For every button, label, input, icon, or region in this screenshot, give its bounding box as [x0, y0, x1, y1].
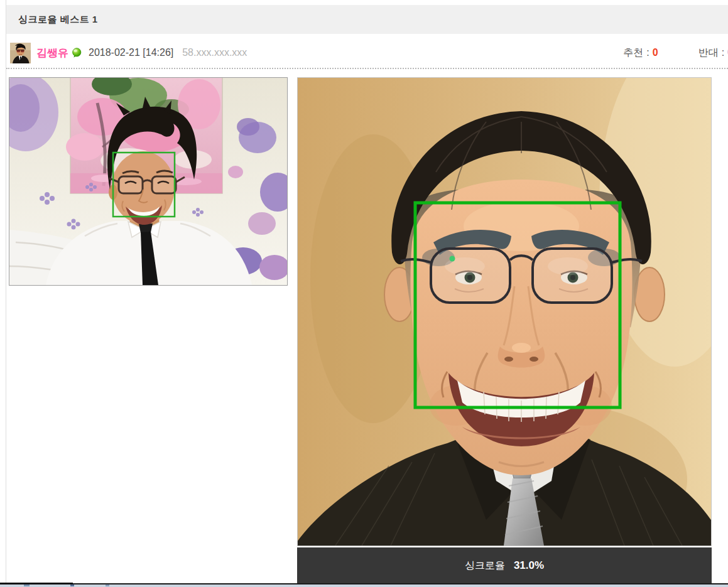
upvote-label: 추천	[623, 46, 643, 60]
sync-result-bar: 싱크로율 31.0%	[297, 547, 712, 584]
bottom-strip-mark	[24, 584, 30, 586]
bottom-strip-mark	[70, 584, 74, 586]
user-level-icon	[72, 48, 82, 58]
downvote-label: 반대	[698, 46, 719, 60]
post-title-band: 싱크로율 베스트 1	[6, 5, 728, 34]
downvote-counter: 반대 : 0	[698, 46, 728, 60]
lens-glint	[450, 256, 455, 262]
meta-separator-line	[6, 68, 728, 69]
source-photo-image	[9, 78, 287, 285]
author-ip: 58.xxx.xxx.xxx	[182, 47, 247, 58]
upvote-count: 0	[653, 47, 658, 58]
sync-result-value: 31.0%	[514, 559, 544, 572]
source-photo	[9, 77, 288, 286]
vote-counters: 추천 : 0 반대 : 0	[623, 46, 728, 60]
author-name-link[interactable]: 김쌩유	[36, 46, 68, 60]
author-avatar[interactable]	[10, 43, 31, 63]
match-photo	[297, 77, 712, 546]
post-meta-row: 김쌩유 2018-02-21 [14:26] 58.xxx.xxx.xxx 추천…	[6, 40, 728, 66]
sync-result-label: 싱크로율	[465, 559, 505, 573]
match-photo-image	[298, 78, 711, 546]
upvote-counter: 추천 : 0	[623, 46, 658, 60]
page-left-border	[6, 0, 6, 584]
post-timestamp: 2018-02-21 [14:26]	[89, 47, 173, 58]
post-title: 싱크로율 베스트 1	[18, 14, 98, 26]
bottom-strip-mark	[106, 584, 109, 586]
